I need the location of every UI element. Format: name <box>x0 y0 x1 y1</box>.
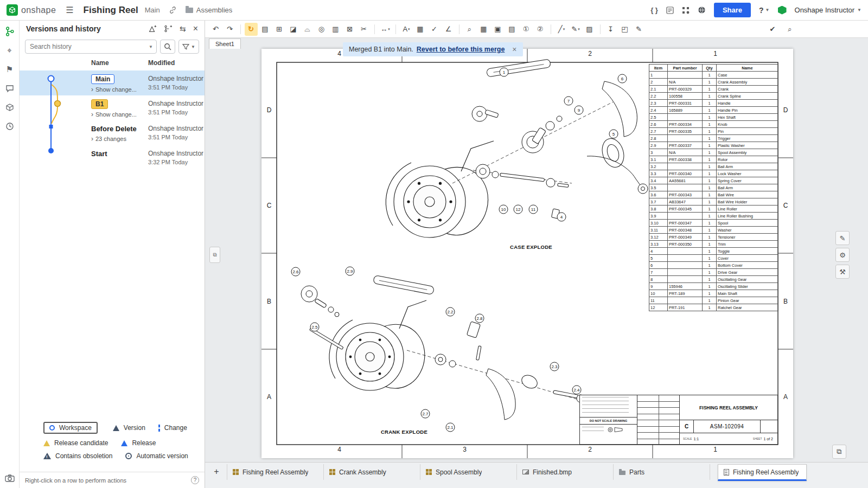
edit-appearance-button[interactable]: ✎ <box>835 231 850 245</box>
balloon[interactable]: 2.7 <box>421 409 430 419</box>
notifications-list-icon[interactable] <box>666 7 674 14</box>
zoom-icon[interactable]: ⌕ <box>463 23 476 36</box>
drawing-canvas[interactable]: Sheet1 Merged B1 into Main. Revert to be… <box>205 38 868 462</box>
breadcrumb[interactable]: Assemblies <box>186 6 232 14</box>
balloon[interactable]: 2.9 <box>346 267 355 276</box>
filter-button[interactable]: ▼ <box>178 40 199 54</box>
activity-history-icon[interactable] <box>4 121 15 132</box>
globe-icon[interactable] <box>698 6 706 14</box>
screenshot-camera-icon[interactable] <box>4 473 15 484</box>
auxiliary-view-icon[interactable]: ◪ <box>287 23 300 36</box>
balloon[interactable]: 12 <box>514 205 523 214</box>
bom-row[interactable]: 3 N/A 1 Spool Assembly <box>649 149 778 156</box>
main-menu-icon[interactable]: ☰ <box>66 5 73 15</box>
bom-row[interactable]: 2.2 100558 1 Crank Spline <box>649 93 778 100</box>
export-icon[interactable]: ↧ <box>604 23 617 36</box>
share-button[interactable]: Share <box>714 3 751 17</box>
close-icon[interactable]: × <box>193 24 198 34</box>
broken-view-icon[interactable]: ▥ <box>329 23 342 36</box>
insert-image-icon[interactable]: ◰ <box>618 23 631 36</box>
versions-history-icon[interactable] <box>4 26 15 37</box>
bom-row[interactable]: 3.11 PRT-000348 1 Washer <box>649 227 778 234</box>
measure-tools-button[interactable]: ⚒ <box>835 265 850 279</box>
bom-row[interactable]: 2.4 165889 1 Handle Pin <box>649 107 778 114</box>
chevron-down-icon[interactable]: ▼ <box>149 44 153 49</box>
bom-row[interactable]: 10 PRT-189 1 Main Shaft <box>649 290 778 297</box>
sheet-tab[interactable]: Sheet1 <box>209 38 241 49</box>
bom-row[interactable]: 8 1 Oscillating Gear <box>649 276 778 283</box>
bom-row[interactable]: 3.3 PRT-000340 1 Lock Washer <box>649 170 778 177</box>
version-node-start[interactable] <box>48 148 54 153</box>
bom-row[interactable]: 4 1 Toggle <box>649 248 778 255</box>
bom-row[interactable]: 3.10 PRT-000347 1 Spool <box>649 220 778 227</box>
tab-spool-assembly[interactable]: Spool Assembly <box>420 464 517 480</box>
balloon[interactable]: 2.5 <box>310 323 320 332</box>
branch-badge-b1[interactable]: B1 <box>91 99 108 109</box>
note-icon[interactable]: A▾ <box>400 23 413 36</box>
comments-icon[interactable] <box>4 83 15 94</box>
help-circle-icon[interactable]: ? <box>191 476 199 484</box>
balloon[interactable]: 11 <box>529 205 538 214</box>
bom-row[interactable]: 7 1 Drive Gear <box>649 269 778 276</box>
sheets-panel-toggle[interactable]: ⧉ <box>209 247 220 263</box>
bom-row[interactable]: 3.7 AB33647 1 Bail Wire Holder <box>649 198 778 206</box>
balloon[interactable]: 2.6 <box>291 267 301 277</box>
tab-fishing-reel-assembly[interactable]: Fishing Reel Assembly <box>227 464 324 480</box>
auto-balloon-icon[interactable]: ② <box>534 23 547 36</box>
tab-finished-bmp[interactable]: Finished.bmp <box>517 464 614 480</box>
bom-row[interactable]: 6 1 Bottom Cover <box>649 262 778 269</box>
create-branch-icon[interactable] <box>164 24 173 33</box>
review-markup-icon[interactable]: ✔ <box>766 23 779 36</box>
compare-icon[interactable]: ⇆ <box>180 24 186 33</box>
balloon[interactable]: 6 <box>618 74 627 84</box>
change-node-before-delete[interactable] <box>49 125 53 129</box>
user-menu[interactable]: Onshape Instructor ▼ <box>795 6 861 14</box>
bom-row[interactable]: 2.1 PRT-000329 1 Crank <box>649 86 778 93</box>
bom-row[interactable]: 2.7 PRT-000335 1 Pin <box>649 128 778 135</box>
line-style-icon[interactable]: ╱▾ <box>555 23 568 36</box>
inspect-icon[interactable]: ⌕ <box>783 23 796 36</box>
help-menu[interactable]: ?▼ <box>759 6 769 15</box>
hatch-icon[interactable]: ▨ <box>583 23 596 36</box>
bom-row[interactable]: 2.3 PRT-000331 1 Handle <box>649 100 778 107</box>
release-management-icon[interactable]: ⚑ <box>4 64 15 75</box>
section-view-icon[interactable]: ⌓ <box>301 23 314 36</box>
bom-row[interactable]: 3.4 AA55681 1 Spring Cover <box>649 177 778 184</box>
workspace-node-main[interactable] <box>48 76 54 82</box>
bom-table[interactable]: Item Part number Qty Name 1 1 <box>649 64 778 311</box>
sketch-icon[interactable]: ✎▾ <box>569 23 582 36</box>
title-block[interactable]: DO NOT SCALE DRAWING FISHING REEL <box>579 395 778 445</box>
finish-symbol-icon[interactable]: ✓ <box>428 23 441 36</box>
balloon[interactable]: 2.4 <box>572 386 582 395</box>
create-version-icon[interactable] <box>148 24 157 33</box>
bom-row[interactable]: 3.1 PRT-000338 1 Rotor <box>649 156 778 163</box>
table-icon[interactable]: ▦ <box>477 23 490 36</box>
featurescript-icon[interactable]: { } <box>650 6 658 14</box>
balloon[interactable]: 2.3 <box>550 362 559 371</box>
bom-row[interactable]: 3.8 PRT-000345 1 Line Roller <box>649 206 778 213</box>
angle-dimension-icon[interactable]: ∠ <box>442 23 455 36</box>
print-3d-icon[interactable] <box>4 102 15 113</box>
bom-row[interactable]: 2.5 1 Hex Shaft <box>649 114 778 121</box>
display-options-button[interactable]: ⚙ <box>835 248 850 262</box>
tab-crank-assembly[interactable]: Crank Assembly <box>324 464 420 480</box>
bom-row[interactable]: 12 PRT-191 1 Ratchet Gear <box>649 304 778 311</box>
update-views-icon[interactable]: ↻ <box>245 23 258 36</box>
bom-row[interactable]: 9 155946 1 Oscillating Slider <box>649 283 778 290</box>
bom-row[interactable]: 2.9 PRT-000337 1 Plastic Washer <box>649 142 778 149</box>
add-tab-button[interactable]: + <box>209 465 224 479</box>
bom-row[interactable]: 3.6 PRT-000343 1 Bail Wire <box>649 191 778 198</box>
balloon[interactable]: 2.2 <box>446 307 455 317</box>
hole-table-icon[interactable]: ▦ <box>414 23 427 36</box>
onshape-cube-icon[interactable] <box>778 6 787 15</box>
balloon[interactable]: 1 <box>500 68 509 77</box>
onshape-logo[interactable]: onshape <box>7 4 56 16</box>
sheet-overview-button[interactable]: ⧉ <box>832 445 846 459</box>
bom-row[interactable]: 11 1 Pinion Gear <box>649 297 778 304</box>
bom-row[interactable]: 2.8 1 Trigger <box>649 135 778 142</box>
balloon[interactable]: 4 <box>557 213 566 222</box>
detail-view-icon[interactable]: ◎ <box>315 23 328 36</box>
tab-parts[interactable]: Parts <box>614 464 710 480</box>
search-input[interactable] <box>29 42 146 51</box>
balloon[interactable]: 7 <box>564 97 573 106</box>
